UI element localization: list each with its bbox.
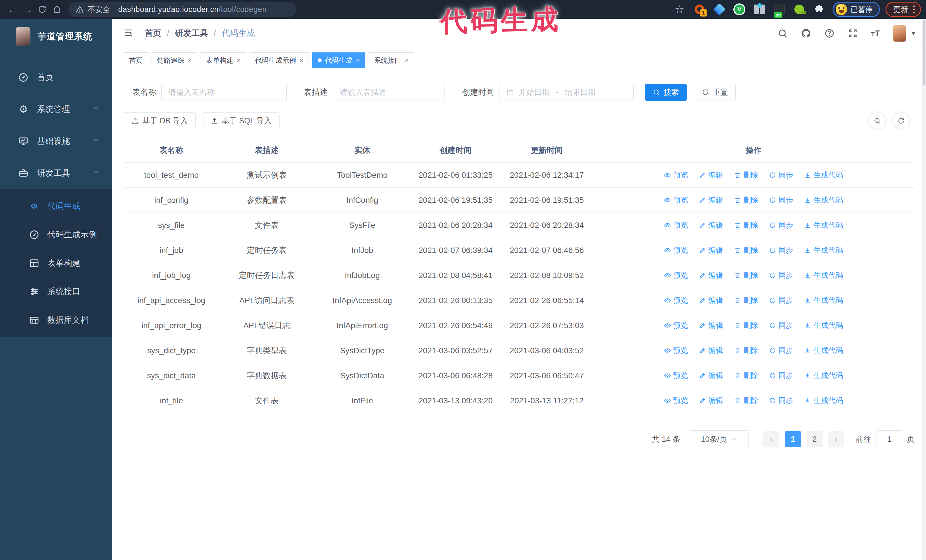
tab-代码生成示例[interactable]: 代码生成示例×	[250, 53, 309, 68]
tab-close-icon[interactable]: ×	[188, 57, 192, 64]
search-icon[interactable]	[778, 28, 788, 38]
table-name-input[interactable]: 请输入表名称	[161, 84, 287, 101]
app-logo[interactable]: 芋道管理系统	[0, 19, 112, 54]
preview-action[interactable]: 预览	[664, 220, 688, 231]
generate-code-action[interactable]: 生成代码	[804, 169, 843, 181]
sidebar-item-form-builder[interactable]: 表单构建	[0, 249, 112, 278]
preview-action[interactable]: 预览	[664, 195, 688, 206]
prev-page-button[interactable]: ‹	[763, 431, 779, 447]
browser-home-icon[interactable]	[50, 2, 64, 17]
sync-action[interactable]: 同步	[769, 220, 793, 231]
delete-action[interactable]: 删除	[734, 220, 758, 231]
delete-action[interactable]: 删除	[734, 395, 758, 406]
breadcrumb-home[interactable]: 首页	[145, 28, 161, 39]
sidebar-item-home[interactable]: 首页	[0, 62, 112, 94]
fullscreen-icon[interactable]	[848, 28, 858, 38]
generate-code-action[interactable]: 生成代码	[804, 270, 843, 281]
sidebar-item-codegen-example[interactable]: 代码生成示例	[0, 220, 112, 249]
preview-action[interactable]: 预览	[664, 320, 688, 331]
tab-系统接口[interactable]: 系统接口×	[369, 53, 414, 68]
tab-表单构建[interactable]: 表单构建×	[201, 53, 246, 68]
tab-链路追踪[interactable]: 链路追踪×	[151, 53, 197, 68]
browser-forward-icon[interactable]: →	[20, 2, 35, 17]
preview-action[interactable]: 预览	[664, 395, 688, 406]
extensions-puzzle-icon[interactable]	[813, 3, 826, 16]
generate-code-action[interactable]: 生成代码	[804, 195, 843, 206]
tab-close-icon[interactable]: ×	[237, 57, 241, 64]
edit-action[interactable]: 编辑	[699, 220, 723, 231]
tab-代码生成[interactable]: 代码生成×	[312, 53, 365, 68]
bookmark-star-icon[interactable]: ☆	[675, 3, 684, 16]
delete-action[interactable]: 删除	[734, 245, 758, 256]
sync-action[interactable]: 同步	[769, 395, 793, 406]
goto-page-input[interactable]: 1	[876, 430, 902, 448]
delete-action[interactable]: 删除	[734, 195, 758, 206]
browser-back-icon[interactable]: ←	[5, 2, 20, 17]
edit-action[interactable]: 编辑	[699, 395, 723, 406]
sync-action[interactable]: 同步	[769, 169, 793, 181]
page-size-select[interactable]: 10条/页	[690, 430, 749, 448]
sync-action[interactable]: 同步	[769, 270, 793, 281]
help-icon[interactable]	[824, 28, 835, 38]
preview-action[interactable]: 预览	[664, 370, 688, 381]
extension-gem-icon[interactable]	[713, 3, 726, 16]
edit-action[interactable]: 编辑	[699, 295, 723, 306]
sidebar-item-system[interactable]: ⚙ 系统管理	[0, 94, 112, 125]
generate-code-action[interactable]: 生成代码	[804, 295, 843, 306]
extension-panels-icon[interactable]	[753, 3, 766, 16]
search-button[interactable]: 搜索	[645, 84, 687, 101]
tab-close-icon[interactable]: ×	[300, 57, 303, 64]
sidebar-item-db-doc[interactable]: 数据库文档	[0, 306, 112, 334]
avatar-caret-down-icon[interactable]: ▾	[912, 29, 915, 37]
table-desc-input[interactable]: 请输入表描述	[333, 84, 445, 101]
edit-action[interactable]: 编辑	[699, 370, 723, 381]
reset-button[interactable]: 重置	[694, 84, 736, 101]
next-page-button[interactable]: ›	[828, 431, 844, 447]
browser-update-button[interactable]: 更新	[885, 2, 921, 17]
toggle-search-button[interactable]	[869, 113, 885, 129]
sync-action[interactable]: 同步	[769, 320, 793, 331]
profile-paused-badge[interactable]: 已暂停	[832, 2, 880, 17]
browser-menu-icon[interactable]	[913, 5, 915, 14]
edit-action[interactable]: 编辑	[699, 320, 723, 331]
sync-action[interactable]: 同步	[769, 295, 793, 306]
generate-code-action[interactable]: 生成代码	[804, 345, 843, 356]
generate-code-action[interactable]: 生成代码	[804, 395, 843, 406]
delete-action[interactable]: 删除	[734, 320, 758, 331]
extension-key-icon[interactable]	[793, 3, 806, 16]
preview-action[interactable]: 预览	[664, 270, 688, 281]
preview-action[interactable]: 预览	[664, 245, 688, 256]
delete-action[interactable]: 删除	[734, 345, 758, 356]
edit-action[interactable]: 编辑	[699, 169, 723, 181]
scrollbar-thumb[interactable]	[923, 20, 925, 86]
delete-action[interactable]: 删除	[734, 370, 758, 381]
edit-action[interactable]: 编辑	[699, 245, 723, 256]
generate-code-action[interactable]: 生成代码	[804, 320, 843, 331]
date-range-input[interactable]: 开始日期 - 结束日期	[499, 84, 634, 101]
page-button-2[interactable]: 2	[806, 431, 823, 447]
generate-code-action[interactable]: 生成代码	[804, 245, 843, 256]
generate-code-action[interactable]: 生成代码	[804, 370, 843, 381]
import-sql-button[interactable]: 基于 SQL 导入	[203, 112, 280, 129]
edit-action[interactable]: 编辑	[699, 195, 723, 206]
browser-reload-icon[interactable]	[35, 2, 50, 17]
sync-action[interactable]: 同步	[769, 195, 793, 206]
page-button-1[interactable]: 1	[785, 431, 801, 447]
page-scrollbar[interactable]	[922, 19, 926, 560]
tab-首页[interactable]: 首页	[124, 53, 148, 68]
tab-close-icon[interactable]: ×	[356, 57, 360, 64]
tab-close-icon[interactable]: ×	[405, 57, 409, 64]
delete-action[interactable]: 删除	[734, 169, 758, 181]
extension-shield-icon[interactable]: V	[733, 3, 746, 16]
sidebar-toggle-icon[interactable]	[123, 28, 134, 39]
sync-action[interactable]: 同步	[769, 345, 793, 356]
edit-action[interactable]: 编辑	[699, 270, 723, 281]
preview-action[interactable]: 预览	[664, 345, 688, 356]
github-icon[interactable]	[801, 28, 811, 38]
generate-code-action[interactable]: 生成代码	[804, 220, 843, 231]
breadcrumb-devtools[interactable]: 研发工具	[175, 28, 208, 39]
sync-action[interactable]: 同步	[769, 245, 793, 256]
sidebar-item-system-api[interactable]: 系统接口	[0, 278, 112, 306]
address-bar[interactable]: 不安全 dashboard.yudao.iocoder.cn/tool/code…	[68, 2, 296, 17]
extension-orange-icon[interactable]: 1	[693, 3, 706, 16]
